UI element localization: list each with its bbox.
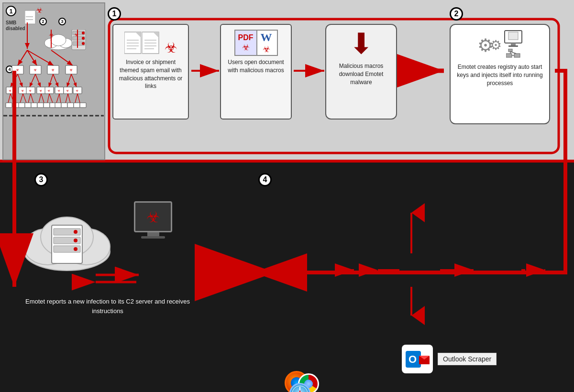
svg-rect-111 [508,49,512,52]
svg-rect-90 [80,103,86,108]
step1-download-label: Malicious macros download Emotet malware [330,62,392,86]
step1-maldoc-label: Users open document with malicious macro… [225,58,287,75]
svg-line-38 [11,74,18,87]
outlook-icon: O [402,345,433,373]
svg-line-29 [51,50,73,65]
top-section: 1 SMBdisabled 2 3 4 ═══ ═══ ☣ [0,0,574,163]
svg-point-140 [74,239,77,242]
registry-monitor [504,30,523,61]
word-icon: W ☣ [255,30,278,56]
step2-number: 2 [450,7,463,21]
svg-text:☣: ☣ [33,68,37,72]
step1-email-box: ☣ Invoice or shipment themed spam email … [112,24,189,120]
registry-monitor-svg [504,30,523,49]
svg-rect-107 [508,45,518,47]
registry-icons: ⚙ ⚙ [477,30,523,61]
svg-rect-86 [55,103,61,108]
svg-line-68 [39,94,41,103]
svg-text:☣: ☣ [66,89,69,92]
svg-line-75 [68,94,70,103]
svg-line-62 [8,94,11,103]
svg-line-74 [66,94,68,103]
step1-maldoc-box: PDF ☣ W ☣ Users open document with malic… [220,24,292,120]
svg-line-67 [31,94,33,103]
svg-line-71 [49,94,53,103]
c2-server-group [19,199,115,277]
svg-line-39 [18,74,22,87]
gear-icon-small: ⚙ [490,37,502,53]
word-w: W [261,31,272,44]
svg-text:☣: ☣ [47,89,50,92]
svg-rect-79 [13,103,19,108]
word-bio: ☣ [263,44,270,54]
svg-rect-153 [419,359,430,364]
svg-line-45 [71,74,77,87]
svg-line-70 [47,94,49,103]
svg-text:☣: ☣ [51,68,55,72]
svg-rect-88 [67,103,74,108]
email-biohazard: ☣ [165,39,177,56]
step3-bio: ☣ [146,208,160,226]
svg-point-139 [74,230,77,234]
svg-rect-105 [508,32,518,40]
browser-icons [285,371,323,392]
svg-rect-87 [61,103,67,108]
svg-line-66 [28,94,31,103]
svg-text:☣: ☣ [69,68,73,72]
svg-line-77 [77,94,80,103]
svg-text:☣: ☣ [21,89,24,92]
email-doc2 [142,30,164,56]
pdf-bio: ☣ [242,42,250,53]
svg-marker-147 [298,390,302,392]
svg-line-40 [30,74,35,87]
svg-text:O: O [408,353,417,365]
svg-rect-78 [6,103,12,108]
svg-line-69 [41,94,44,103]
svg-rect-81 [25,103,31,108]
svg-line-64 [20,94,23,103]
webbrowser-group: WebBrowserPassView [275,371,333,392]
svg-rect-83 [37,103,44,108]
outlook-scraper-group: O Outlook Scraper [402,345,497,373]
svg-rect-108 [506,54,512,57]
spread-step1-circle: 1 [6,6,16,16]
step1-download-box: ⬇ Malicious macros download Emotet malwa… [325,24,397,120]
step3-label: Emotet reports a new infection to its C2… [24,297,191,316]
svg-rect-82 [31,103,37,108]
svg-text:☣: ☣ [39,89,42,92]
step4-number: 4 [258,173,272,186]
step3-number: 3 [34,173,48,186]
svg-rect-109 [514,54,520,57]
email-icons: ☣ [124,30,177,56]
step1-email-label: Invoice or shipment themed spam email wi… [117,58,184,90]
step2-registry-box: ⚙ ⚙ Emotet creates [450,24,550,124]
maldoc-icons: PDF ☣ W ☣ [234,30,278,56]
svg-line-42 [49,74,53,87]
step3-infected-monitor: ☣ [134,201,172,239]
spread-diagram: 1 SMBdisabled 2 3 4 ═══ ═══ ☣ [2,2,105,160]
svg-point-141 [74,247,77,251]
svg-line-26 [18,50,27,65]
outlook-svg: O [406,348,430,370]
svg-line-44 [67,74,71,87]
svg-text:☣: ☣ [29,89,32,92]
bottom-section: 3 4 ☣ Emotet reports a new infection to [0,165,574,392]
svg-line-43 [53,74,58,87]
svg-line-113 [510,52,516,54]
step2-registry-label: Emotet creates registry auto start keys … [454,63,545,87]
svg-line-72 [56,94,59,103]
spread-arrows: ☣ ☣ ☣ ☣ ☣ ☣ ☣ ☣ ☣ ☣ [3,3,104,156]
svg-line-28 [27,50,54,65]
safari-icon [289,383,310,392]
outlook-scraper-label: Outlook Scraper [438,353,497,365]
step3-monitor-base [141,236,165,239]
svg-rect-80 [19,103,25,108]
svg-text:☣: ☣ [9,89,11,92]
pdf-text: PDF [238,33,254,42]
pdf-icon: PDF ☣ [234,30,257,56]
svg-text:☣: ☣ [57,89,60,92]
step1-number: 1 [108,7,121,21]
svg-rect-84 [44,103,50,108]
svg-line-41 [35,74,41,87]
download-arrow-icon: ⬇ [349,30,373,58]
